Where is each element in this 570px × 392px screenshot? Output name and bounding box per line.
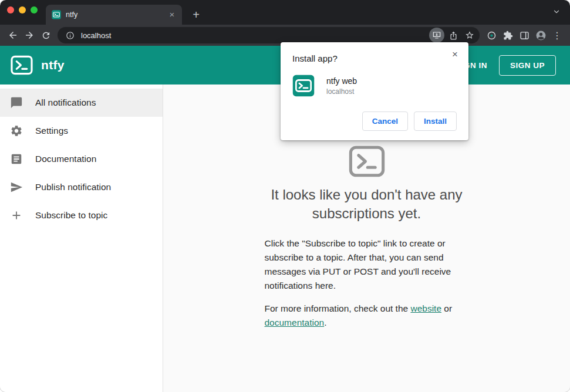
side-panel-icon[interactable] bbox=[516, 27, 532, 43]
extension-badge-icon[interactable] bbox=[483, 27, 500, 43]
install-app-icon[interactable] bbox=[429, 28, 444, 43]
tab-close-icon[interactable]: × bbox=[167, 9, 177, 20]
profile-avatar-icon[interactable] bbox=[532, 27, 549, 43]
browser-window: ntfy × + localhost bbox=[0, 0, 570, 392]
gear-icon bbox=[9, 124, 23, 138]
install-app-dialog: Install app? × ntfy web localhost Cancel… bbox=[281, 42, 468, 140]
sidebar-item-documentation[interactable]: Documentation bbox=[0, 145, 163, 173]
tab-search-chevron-icon[interactable] bbox=[552, 8, 561, 18]
new-tab-button[interactable]: + bbox=[189, 9, 203, 21]
ntfy-app-icon bbox=[292, 75, 315, 97]
sidebar-item-label: All notifications bbox=[35, 97, 96, 108]
sidebar-item-settings[interactable]: Settings bbox=[0, 117, 163, 145]
documentation-link[interactable]: documentation bbox=[265, 317, 325, 327]
dialog-app-origin: localhost bbox=[326, 87, 357, 96]
ntfy-terminal-logo-icon bbox=[349, 146, 385, 177]
ntfy-logo-icon bbox=[11, 55, 33, 75]
back-icon[interactable] bbox=[5, 27, 21, 43]
sidebar-item-label: Settings bbox=[35, 126, 68, 136]
empty-state-heading: It looks like you don't have any subscri… bbox=[249, 185, 484, 224]
dialog-app-name: ntfy web bbox=[326, 76, 357, 86]
browser-tab[interactable]: ntfy × bbox=[46, 5, 182, 25]
bookmark-star-icon[interactable] bbox=[462, 28, 477, 43]
reload-icon[interactable] bbox=[38, 27, 54, 43]
dialog-title: Install app? bbox=[292, 53, 457, 63]
dialog-app-row: ntfy web localhost bbox=[292, 75, 457, 97]
sidebar: All notifications Settings Documentation… bbox=[0, 85, 163, 392]
share-icon[interactable] bbox=[446, 28, 461, 43]
sidebar-item-subscribe-to-topic[interactable]: Subscribe to topic bbox=[0, 201, 163, 229]
sidebar-item-all-notifications[interactable]: All notifications bbox=[0, 89, 163, 117]
sidebar-item-label: Publish notification bbox=[35, 182, 111, 192]
app-title: ntfy bbox=[41, 58, 65, 72]
install-button[interactable]: Install bbox=[414, 111, 457, 131]
more-info-prefix: For more information, check out the bbox=[265, 303, 411, 313]
site-info-icon[interactable] bbox=[65, 30, 75, 40]
more-info-text: For more information, check out the webs… bbox=[265, 302, 469, 330]
extensions-puzzle-icon[interactable] bbox=[500, 27, 516, 43]
more-info-suffix: . bbox=[324, 317, 326, 327]
menu-overflow-icon[interactable]: ⋮ bbox=[549, 27, 565, 43]
forward-icon[interactable] bbox=[21, 27, 38, 43]
ntfy-favicon-icon bbox=[52, 10, 61, 19]
sign-up-button[interactable]: SIGN UP bbox=[499, 55, 556, 76]
maximize-window-button[interactable] bbox=[31, 6, 38, 13]
tab-strip: ntfy × + bbox=[0, 0, 570, 25]
plus-icon bbox=[9, 208, 23, 222]
send-icon bbox=[9, 180, 23, 194]
dialog-close-icon[interactable]: × bbox=[448, 48, 461, 61]
minimize-window-button[interactable] bbox=[19, 6, 26, 13]
empty-state-paragraph: Click the "Subscribe to topic" link to c… bbox=[265, 236, 469, 293]
sidebar-item-label: Subscribe to topic bbox=[35, 210, 107, 221]
sidebar-item-publish-notification[interactable]: Publish notification bbox=[0, 173, 163, 201]
window-controls bbox=[0, 6, 46, 25]
address-bar[interactable]: localhost bbox=[58, 27, 480, 43]
address-text[interactable]: localhost bbox=[81, 31, 428, 40]
dialog-app-info: ntfy web localhost bbox=[326, 76, 357, 96]
chat-bubble-icon bbox=[9, 96, 23, 110]
sidebar-item-label: Documentation bbox=[35, 154, 96, 164]
more-info-middle: or bbox=[441, 303, 452, 313]
article-icon bbox=[9, 152, 23, 166]
close-window-button[interactable] bbox=[7, 6, 14, 13]
tab-title: ntfy bbox=[66, 11, 162, 19]
cancel-button[interactable]: Cancel bbox=[362, 111, 408, 131]
dialog-actions: Cancel Install bbox=[292, 111, 457, 131]
website-link[interactable]: website bbox=[410, 303, 441, 313]
